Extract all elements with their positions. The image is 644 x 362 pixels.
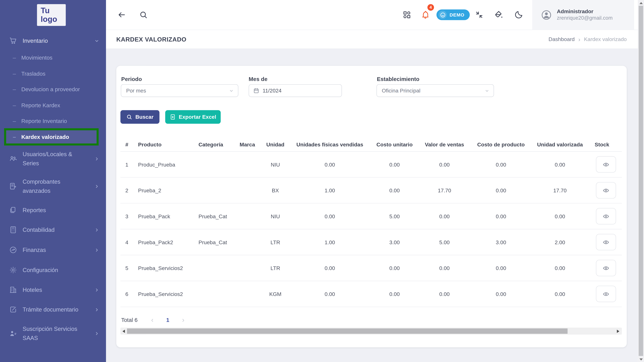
compress-icon[interactable]	[475, 10, 484, 19]
pagination-next-icon[interactable]: ›	[182, 316, 184, 323]
cell-num: 6	[120, 291, 136, 297]
document-edit-icon	[9, 306, 17, 314]
sidebar-item-suscripcion-saas[interactable]: Suscripción Servicios SAAS	[0, 324, 106, 343]
subitem-label: Traslados	[21, 70, 46, 76]
scroll-down-arrow-icon[interactable]	[639, 358, 642, 360]
bell-icon[interactable]	[421, 10, 430, 19]
table-row: 3 Prueba_Pack Prueba_Cat NIU 0.00 5.00 0…	[120, 204, 622, 230]
chevron-right-icon	[94, 247, 100, 252]
sidebar-item-configuracion[interactable]: Configuración	[0, 260, 106, 280]
cell-unidad: LTR	[263, 239, 288, 245]
cell-valor-ventas: 5.00	[417, 239, 472, 245]
moon-icon[interactable]	[514, 10, 523, 19]
view-stock-button[interactable]	[596, 286, 616, 302]
buscar-button[interactable]: Buscar	[120, 110, 160, 124]
cell-producto: Prueba_Servicios2	[136, 265, 196, 271]
eye-icon	[602, 238, 609, 246]
establecimiento-select[interactable]: Oficina Principal	[376, 84, 494, 97]
horizontal-scrollbar-thumb[interactable]	[127, 328, 568, 334]
cell-unidades: 1.00	[288, 187, 372, 194]
sidebar-item-hoteles[interactable]: Hoteles	[0, 280, 106, 300]
sidebar-subitem-kardex-valorizado[interactable]: – Kardex valorizado	[0, 129, 106, 145]
app-window: Tu logo Inventario – Movimientos – Trasl…	[0, 0, 644, 362]
subitem-label: Devolucion a proveedor	[21, 86, 80, 92]
sidebar-subitem-movimientos[interactable]: – Movimientos	[0, 50, 106, 65]
exportar-excel-button[interactable]: Exportar Excel	[165, 110, 221, 124]
files-icon	[9, 206, 17, 214]
cell-unidad: BX	[263, 187, 288, 194]
establecimiento-label: Establecimiento	[377, 76, 420, 82]
user-email: zrenrique20@gmail.com	[557, 15, 613, 22]
dash-bullet-icon: –	[13, 102, 16, 108]
chevron-down-icon	[484, 88, 490, 93]
chevron-right-icon	[94, 307, 100, 312]
mes-input[interactable]: 11/2024	[248, 84, 342, 97]
sidebar-subitem-reporte-kardex[interactable]: – Reporte Kardex	[0, 97, 106, 113]
sidebar-item-tramite-documentario[interactable]: Trámite documentario	[0, 300, 106, 320]
paint-bucket-icon[interactable]	[494, 10, 503, 19]
cell-unidades: 0.00	[288, 291, 372, 297]
view-stock-button[interactable]	[596, 208, 616, 224]
vertical-scrollbar-thumb[interactable]	[639, 6, 643, 356]
sidebar-subitem-reporte-inventario[interactable]: – Reporte Inventario	[0, 113, 106, 129]
user-name: Administrador	[557, 8, 613, 15]
back-arrow-icon[interactable]	[117, 10, 126, 19]
scroll-up-arrow-icon[interactable]	[639, 2, 642, 4]
col-header-num: #	[120, 141, 136, 148]
cell-costo-unitario: 0.00	[372, 161, 417, 168]
sidebar-item-finanzas[interactable]: Finanzas	[0, 240, 106, 260]
cell-costo-producto: 3.00	[472, 239, 530, 245]
cell-valor-ventas: 17.70	[417, 187, 472, 194]
sidebar-item-usuarios-locales[interactable]: Usuarios/Locales & Series	[0, 149, 106, 168]
sidebar-item-comprobantes-avanzados[interactable]: Comprobantes avanzados	[0, 176, 106, 196]
chevron-right-icon	[94, 227, 100, 232]
vertical-scrollbar[interactable]	[638, 0, 644, 362]
cell-num: 5	[120, 265, 136, 271]
col-header-costo-producto: Costo de producto	[472, 141, 530, 148]
demo-pill-button[interactable]: DEMO	[436, 10, 470, 20]
breadcrumb-dashboard[interactable]: Dashboard	[548, 36, 575, 42]
chevron-down-icon	[94, 38, 100, 44]
scroll-left-arrow-icon[interactable]	[122, 330, 125, 333]
horizontal-scrollbar[interactable]	[120, 328, 622, 334]
col-header-unidad-valorizada: Unidad valorizada	[530, 141, 590, 148]
sidebar-subitem-traslados[interactable]: – Traslados	[0, 66, 106, 81]
view-stock-button[interactable]	[596, 260, 616, 276]
view-stock-button[interactable]	[596, 234, 616, 250]
cell-unidad-valorizada: 0.00	[530, 265, 590, 271]
page-header: KARDEX VALORIZADO Dashboard › Kardex val…	[106, 30, 638, 48]
col-header-unidades-fisicas: Unidades físicas vendidas	[288, 141, 372, 148]
breadcrumb: Dashboard › Kardex valorizado	[548, 36, 627, 42]
cell-unidad: KGM	[263, 291, 288, 297]
notification-badge: 4	[427, 4, 434, 11]
cell-num: 3	[120, 213, 136, 219]
periodo-value: Por mes	[126, 88, 146, 94]
pagination-prev-icon[interactable]: ‹	[151, 316, 154, 323]
exportar-label: Exportar Excel	[179, 114, 216, 120]
scroll-right-arrow-icon[interactable]	[617, 330, 619, 333]
sidebar-item-contabilidad[interactable]: Contabilidad	[0, 220, 106, 240]
sidebar-item-reportes[interactable]: Reportes	[0, 200, 106, 220]
kardex-table: # Producto Categoría Marca Unidad Unidad…	[120, 138, 622, 307]
sidebar-subitem-devolucion[interactable]: – Devolucion a proveedor	[0, 82, 106, 97]
search-icon[interactable]	[139, 10, 148, 19]
cell-unidad-valorizada: 2.00	[530, 239, 590, 245]
view-stock-button[interactable]	[596, 156, 616, 173]
eye-icon	[602, 290, 609, 297]
apps-grid-icon[interactable]	[402, 10, 412, 19]
user-menu[interactable]: Administrador zrenrique20@gmail.com	[532, 0, 634, 30]
app-logo: Tu logo	[37, 4, 66, 26]
cell-valor-ventas: 0.00	[417, 291, 472, 297]
table-row: 5 Prueba_Servicios2 LTR 0.00 0.00 0.00 0…	[120, 255, 622, 281]
view-stock-button[interactable]	[596, 182, 616, 198]
subitem-label: Reporte Inventario	[21, 118, 67, 124]
sidebar-item-label: Trámite documentario	[23, 305, 88, 314]
excel-file-icon	[170, 114, 176, 120]
establecimiento-value: Oficina Principal	[382, 88, 420, 94]
sidebar-item-inventario[interactable]: Inventario	[0, 33, 106, 48]
pagination-page-1[interactable]: 1	[166, 317, 169, 323]
periodo-select[interactable]: Por mes	[121, 84, 238, 97]
breadcrumb-current: Kardex valorizado	[584, 36, 627, 42]
content-area: Periodo Por mes Mes de 11/2024 Estableci…	[106, 48, 638, 362]
logo-text-line2: logo	[41, 15, 66, 24]
